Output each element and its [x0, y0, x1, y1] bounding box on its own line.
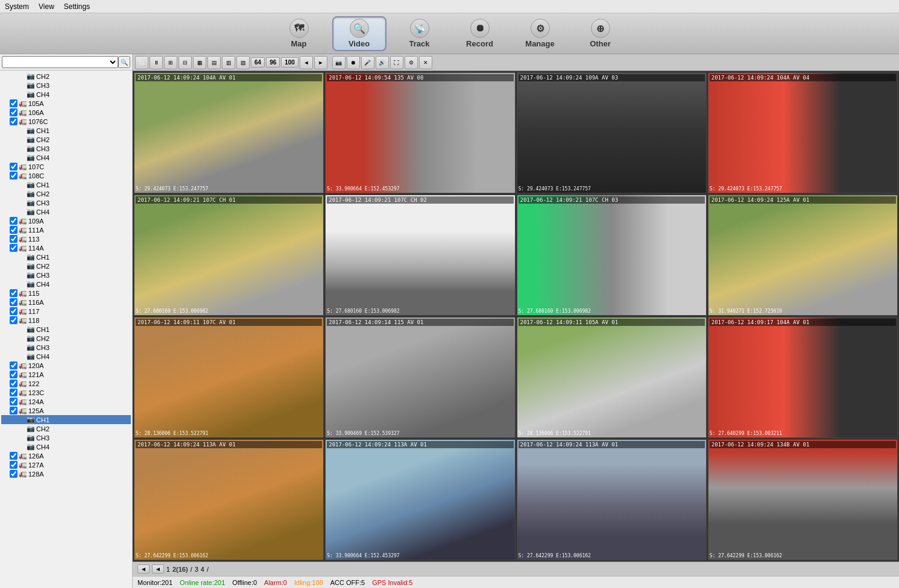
tree-item-117[interactable]: 🚛117: [1, 307, 131, 316]
tree-check-122[interactable]: [10, 380, 17, 387]
tree-check-113[interactable]: [10, 235, 17, 243]
tree-check-109a[interactable]: [10, 217, 17, 225]
video-cell-v5[interactable]: 2017-06-12 14:09:21 107C CH 01 S: 27.680…: [134, 195, 324, 316]
video-cell-v2[interactable]: 2017-06-12 14:09:54 135 AV 08 S: 33.9006…: [325, 72, 515, 193]
tree-item-1076c[interactable]: 🚛1076C: [1, 117, 131, 126]
tree-item-ch4-6[interactable]: 📷CH4: [1, 442, 131, 451]
tree-item-107c[interactable]: 🚛107C: [1, 162, 131, 171]
menu-system[interactable]: System: [5, 2, 29, 11]
nav-other[interactable]: ⊕ Other: [573, 16, 628, 51]
page-3[interactable]: 3: [195, 566, 198, 573]
tree-item-109a[interactable]: 🚛109A: [1, 216, 131, 225]
tree-item-111a[interactable]: 🚛111A: [1, 225, 131, 234]
video-cell-v15[interactable]: 2017-06-12 14:09:24 113A AV 01 S: 27.642…: [517, 439, 707, 560]
nav-manage[interactable]: ⚙ Manage: [513, 16, 567, 51]
nav-video[interactable]: 🔍 Video: [332, 16, 386, 51]
sidebar-search-button[interactable]: 🔍: [118, 56, 130, 68]
tree-check-116a[interactable]: [10, 298, 17, 306]
tree-check-124a[interactable]: [10, 398, 17, 405]
tree-item-120a[interactable]: 🚛120A: [1, 361, 131, 370]
tree-item-ch1-5[interactable]: 📷CH1: [1, 325, 131, 334]
tree-item-ch2-6[interactable]: 📷CH2: [1, 424, 131, 433]
tree-item-113[interactable]: 🚛113: [1, 234, 131, 243]
tree-item-ch1-2[interactable]: 📷CH1: [1, 126, 131, 135]
page-4[interactable]: 4: [201, 566, 204, 573]
tree-check-125a[interactable]: [10, 407, 17, 414]
tree-item-114a[interactable]: 🚛114A: [1, 243, 131, 252]
tree-item-ch2-5[interactable]: 📷CH2: [1, 334, 131, 343]
tree-check-111a[interactable]: [10, 226, 17, 234]
page-prev-btn[interactable]: ◄: [137, 565, 150, 574]
tree-item-ch3-4[interactable]: 📷CH3: [1, 271, 131, 280]
toolbar-label-64[interactable]: 64: [251, 57, 265, 67]
tree-item-106a[interactable]: 🚛106A: [1, 108, 131, 117]
tree-item-ch2-1[interactable]: 📷CH2: [1, 72, 131, 81]
nav-track[interactable]: 📡 Track: [393, 16, 447, 51]
tree-item-ch3-5[interactable]: 📷CH3: [1, 343, 131, 352]
toolbar-fullscreen-btn[interactable]: ⛶: [390, 56, 403, 69]
sidebar-tree[interactable]: 📷CH2📷CH3📷CH4🚛105A🚛106A🚛1076C📷CH1📷CH2📷CH3…: [0, 70, 132, 588]
video-cell-v4[interactable]: 2017-06-12 14:09:24 104A AV 04 S: 29.424…: [708, 72, 898, 193]
tree-item-ch3-6[interactable]: 📷CH3: [1, 433, 131, 442]
video-cell-v3[interactable]: 2017-06-12 14:09:24 109A AV 03 S: 29.424…: [517, 72, 707, 193]
tree-check-106a[interactable]: [10, 108, 17, 116]
toolbar-btn-grid-6[interactable]: ⊟: [178, 56, 192, 69]
tree-item-ch4-2[interactable]: 📷CH4: [1, 153, 131, 162]
tree-check-128a[interactable]: [10, 470, 17, 478]
toolbar-talk-btn[interactable]: 🎤: [361, 56, 374, 69]
tree-item-118[interactable]: 🚛118: [1, 316, 131, 325]
tree-item-128a[interactable]: 🚛128A: [1, 469, 131, 478]
tree-item-123c[interactable]: 🚛123C: [1, 388, 131, 397]
tree-item-126a[interactable]: 🚛126A: [1, 451, 131, 460]
tree-item-115[interactable]: 🚛115: [1, 289, 131, 298]
tree-item-ch1-3[interactable]: 📷CH1: [1, 180, 131, 189]
nav-map[interactable]: 🗺 Map: [272, 16, 326, 51]
toolbar-btn-grid-16[interactable]: ▧: [236, 56, 250, 69]
toolbar-btn-grid-9[interactable]: ▦: [193, 56, 206, 69]
toolbar-prev-btn[interactable]: ◄: [300, 56, 313, 69]
tree-check-105a[interactable]: [10, 99, 17, 107]
tree-check-127a[interactable]: [10, 461, 17, 469]
nav-record[interactable]: ⏺ Record: [453, 16, 507, 51]
toolbar-capture-btn[interactable]: 📷: [332, 56, 345, 69]
tree-item-127a[interactable]: 🚛127A: [1, 460, 131, 469]
tree-item-ch3-1[interactable]: 📷CH3: [1, 81, 131, 90]
page-1[interactable]: 1: [166, 566, 170, 573]
tree-item-122[interactable]: 🚛122: [1, 379, 131, 388]
tree-check-126a[interactable]: [10, 452, 17, 460]
tree-item-121a[interactable]: 🚛121A: [1, 370, 131, 379]
tree-item-ch4-3[interactable]: 📷CH4: [1, 207, 131, 216]
video-cell-v11[interactable]: 2017-06-12 14:09:11 105A AV 01 S: 28.136…: [517, 317, 707, 438]
sidebar-filter-select[interactable]: [2, 56, 118, 68]
toolbar-btn-1[interactable]: ⬜: [135, 56, 148, 69]
toolbar-btn-grid-10[interactable]: ▤: [207, 56, 221, 69]
video-cell-v1[interactable]: 2017-06-12 14:09:24 104A AV 01 S: 29.424…: [134, 72, 324, 193]
tree-item-ch3-2[interactable]: 📷CH3: [1, 144, 131, 153]
toolbar-label-100[interactable]: 100: [281, 57, 298, 67]
tree-check-108c[interactable]: [10, 172, 17, 180]
tree-check-120a[interactable]: [10, 361, 17, 369]
video-cell-v14[interactable]: 2017-06-12 14:09:24 113A AV 01 S: 33.900…: [325, 439, 515, 560]
tree-check-123c[interactable]: [10, 389, 17, 396]
video-cell-v6[interactable]: 2017-06-12 14:09:21 107C CH 02 S: 27.680…: [325, 195, 515, 316]
toolbar-btn-grid-12[interactable]: ▥: [222, 56, 235, 69]
video-cell-v16[interactable]: 2017-06-12 14:09:24 134B AV 01 S: 27.642…: [708, 439, 898, 560]
toolbar-close-btn[interactable]: ✕: [419, 56, 432, 69]
video-cell-v10[interactable]: 2017-06-12 14:09:14 115 AV 01 S: 33.9004…: [325, 317, 515, 438]
toolbar-next-btn[interactable]: ►: [314, 56, 327, 69]
menu-settings[interactable]: Settings: [64, 2, 90, 11]
video-cell-v12[interactable]: 2017-06-12 14:09:17 104A AV 01 S: 27.640…: [708, 317, 898, 438]
video-cell-v9[interactable]: 2017-06-12 14:09:11 107C AV 01 S: 28.136…: [134, 317, 324, 438]
tree-item-ch3-3[interactable]: 📷CH3: [1, 198, 131, 207]
tree-item-105a[interactable]: 🚛105A: [1, 99, 131, 108]
tree-item-ch2-3[interactable]: 📷CH2: [1, 189, 131, 198]
page-first-btn[interactable]: ◄: [152, 565, 164, 574]
page-current[interactable]: 2(16): [172, 566, 188, 573]
toolbar-label-96[interactable]: 96: [266, 57, 280, 67]
tree-check-117[interactable]: [10, 307, 17, 315]
tree-item-ch4-5[interactable]: 📷CH4: [1, 352, 131, 361]
tree-item-ch4-1[interactable]: 📷CH4: [1, 90, 131, 99]
tree-item-125a[interactable]: 🚛125A: [1, 406, 131, 415]
toolbar-settings-btn[interactable]: ⚙: [405, 56, 418, 69]
tree-item-ch1-6[interactable]: 📷CH1: [1, 415, 131, 424]
